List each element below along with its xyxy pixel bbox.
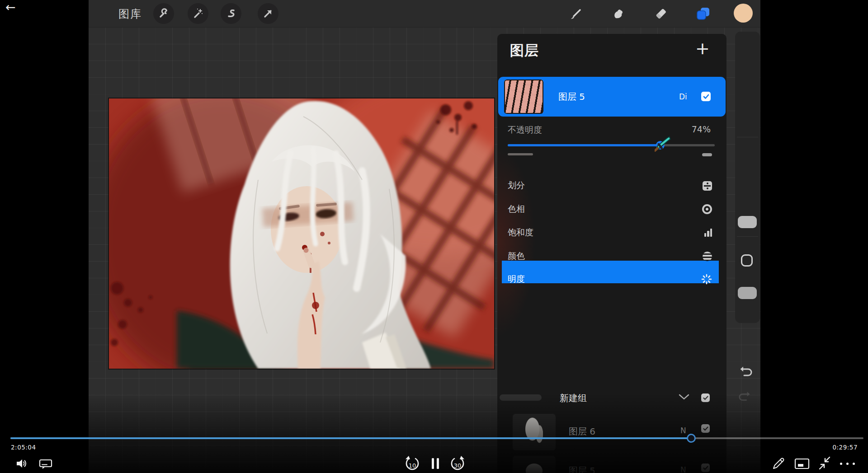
check-icon [703,94,709,99]
undo-button[interactable] [739,365,753,379]
picture-in-picture-button[interactable] [794,458,810,470]
artwork-canvas [109,98,494,369]
layers-panel-title: 图层 [510,41,539,60]
layers-button[interactable] [693,3,713,24]
portrait-painting [109,98,494,369]
back-arrow-button[interactable]: ← [5,0,16,14]
timeline-scrubber[interactable] [687,434,696,443]
sidebar-toolbar [735,32,760,323]
hue-icon [702,204,712,214]
color-icon [703,252,712,261]
opacity-slider[interactable] [508,144,715,146]
subtitle-button[interactable] [39,459,52,470]
video-player: { "player": { "current_time": "2:05:04",… [0,0,868,473]
opacity-slider-fill [508,144,660,146]
add-layer-button[interactable]: + [695,38,710,58]
brush-size-slider-handle[interactable] [738,216,757,228]
blend-mode-color[interactable]: 颜色 [497,244,726,268]
volume-button[interactable] [15,457,28,470]
opacity-value: 74% [497,124,711,134]
selected-layer-row[interactable]: 图层 5 Di [498,77,726,117]
svg-text:10: 10 [409,462,416,469]
blend-mode-saturation[interactable]: 饱和度 [497,221,726,244]
subtract-icon [702,153,712,156]
transform-button[interactable] [258,3,278,24]
arrow-cursor-icon [262,8,274,19]
exit-fullscreen-button[interactable] [816,454,833,472]
procreate-topbar: 图库 [89,0,760,28]
wrench-icon [158,8,170,19]
rewind-10-button[interactable]: 10 [404,455,421,473]
brush-icon [570,7,583,20]
saturation-icon [704,229,712,237]
divider [737,236,758,237]
blend-mode-luminosity[interactable]: 明度 [497,267,726,291]
selection-button[interactable] [221,3,241,24]
modify-button[interactable] [741,254,753,267]
forward-30-button[interactable]: 30 [449,455,466,473]
brush-opacity-slider-handle[interactable] [738,287,757,299]
eraser-button[interactable] [651,3,671,24]
remaining-time: 0:29:57 [832,444,858,451]
blend-mode-hue[interactable]: 色相 [497,197,726,221]
eraser-icon [654,7,668,20]
timeline-track[interactable] [10,437,863,439]
current-time: 2:05:04 [11,444,36,451]
selection-s-icon [225,8,237,19]
timeline-progress [10,437,691,439]
clipped-text [508,153,533,155]
smudge-finger-icon [612,7,625,20]
divider [737,137,758,137]
magic-wand-icon [192,8,204,19]
brush-button[interactable] [566,3,587,24]
layer-visibility-checkbox[interactable] [701,92,711,101]
gallery-button[interactable]: 图库 [118,7,142,21]
smudge-button[interactable] [608,3,629,24]
layer-name: 图层 5 [558,91,585,103]
actions-button[interactable] [153,3,174,24]
layer-thumbnail [504,80,543,114]
color-swatch-button[interactable] [734,4,753,23]
layers-icon [696,6,710,21]
annotate-pencil-button[interactable] [771,456,786,471]
divide-icon [703,181,712,191]
blend-mode-badge[interactable]: Di [679,92,687,101]
luminosity-icon [701,274,712,285]
adjustments-button[interactable] [188,3,208,24]
blend-mode-divide[interactable]: 划分 [497,174,726,197]
svg-text:30: 30 [454,462,462,469]
more-options-button[interactable] [840,463,855,465]
clipped-blend-row[interactable] [497,150,726,159]
pause-button[interactable] [430,457,440,470]
